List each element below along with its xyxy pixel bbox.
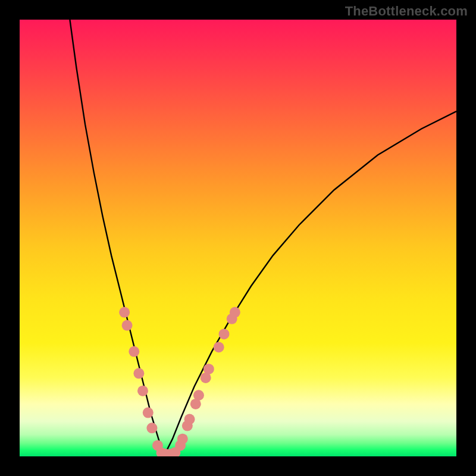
data-dot bbox=[133, 368, 144, 379]
data-dot bbox=[122, 320, 133, 331]
data-dot bbox=[177, 434, 188, 444]
chart-frame: TheBottleneck.com bbox=[0, 0, 476, 476]
bottleneck-curve-left bbox=[70, 20, 164, 456]
data-dot bbox=[184, 414, 195, 425]
data-dot bbox=[137, 386, 148, 396]
data-dot bbox=[129, 346, 139, 357]
data-dot bbox=[219, 328, 230, 339]
data-dot bbox=[203, 364, 214, 374]
data-dots-group bbox=[119, 307, 240, 456]
data-dot bbox=[146, 422, 157, 433]
data-dot bbox=[143, 408, 154, 418]
watermark-text: TheBottleneck.com bbox=[345, 4, 468, 19]
chart-svg bbox=[20, 20, 456, 456]
data-dot bbox=[119, 307, 130, 318]
data-dot bbox=[214, 342, 224, 353]
data-dot bbox=[193, 390, 204, 400]
curve-group bbox=[70, 20, 456, 456]
bottleneck-curve-right bbox=[164, 111, 456, 456]
data-dot bbox=[230, 307, 240, 318]
chart-plot-area bbox=[20, 20, 456, 456]
